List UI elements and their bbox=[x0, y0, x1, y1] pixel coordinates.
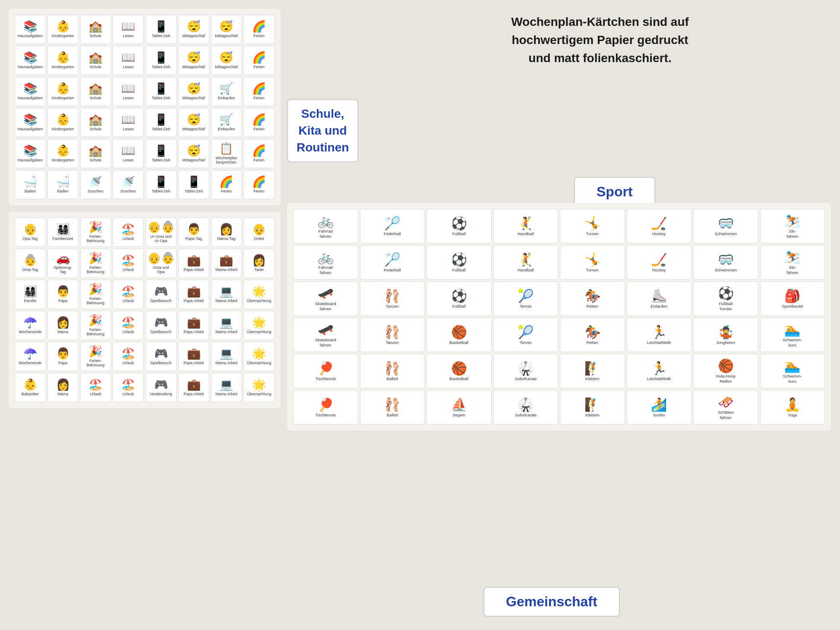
card-label: Lesen bbox=[123, 34, 134, 38]
card-label: Tablet-Zeit bbox=[152, 65, 170, 69]
card-label: Mittagsschlaf bbox=[182, 96, 205, 101]
card-item: 👨Papa bbox=[47, 280, 79, 309]
card-label: Fußball Turnier bbox=[719, 301, 733, 311]
card-icon: 🏫 bbox=[88, 20, 102, 33]
card-label: Ferien- Betreuung bbox=[87, 234, 105, 244]
card-item: 🚗Spielzeug- Tag bbox=[47, 249, 79, 278]
card-label: Tanzen bbox=[385, 340, 399, 345]
card-label: Turnen bbox=[586, 268, 599, 272]
card-item: 🏖️Urlaub bbox=[113, 373, 144, 402]
card-icon: 🎮 bbox=[154, 316, 168, 329]
card-icon: 🏖️ bbox=[121, 285, 135, 298]
card-item: 🎉Ferien- Betreuung bbox=[80, 280, 111, 309]
card-item: 👩Mama bbox=[47, 373, 79, 402]
card-label: Mittagsschlaf bbox=[182, 158, 205, 163]
card-item: 🧗Klettern bbox=[560, 354, 625, 388]
card-label: Spielbesuch bbox=[150, 361, 171, 365]
card-item: 🛹Skateboard fahren bbox=[293, 318, 358, 352]
card-label: Turnen bbox=[586, 231, 599, 236]
card-item: 😴Mittagsschlaf bbox=[178, 139, 209, 168]
card-label: Federball bbox=[384, 268, 401, 272]
card-item: ⛸️Eislaufen bbox=[627, 281, 692, 316]
card-label: Baden bbox=[57, 189, 69, 194]
card-label: Wochenende bbox=[19, 361, 41, 365]
card-item: 🧘Yoga bbox=[760, 390, 825, 425]
card-label: Lesen bbox=[123, 96, 134, 101]
card-label: Lesen bbox=[123, 158, 134, 163]
card-icon: 🚲 bbox=[318, 250, 334, 264]
card-item: 🌈Ferien bbox=[243, 139, 275, 168]
card-item: 💻Mama Arbeit bbox=[211, 311, 242, 340]
card-item: 📱Tablet-Zeit bbox=[145, 46, 177, 75]
card-icon: ⛷️ bbox=[784, 250, 800, 264]
card-icon: 🌈 bbox=[252, 82, 266, 95]
card-item: 📚Hausaufgaben bbox=[15, 108, 46, 137]
card-item: 🎒Sportbeutel bbox=[760, 281, 825, 316]
card-icon: 🎮 bbox=[154, 347, 168, 360]
card-label: Ballett bbox=[387, 376, 398, 381]
card-label: Urlaub bbox=[123, 330, 134, 334]
card-item: 📱Tablet-Zeit bbox=[145, 108, 177, 137]
card-label: Papa bbox=[58, 361, 67, 365]
card-label: Ferien bbox=[253, 127, 265, 132]
card-item: 🎮Spielbesuch bbox=[145, 311, 177, 340]
card-icon: 📖 bbox=[121, 82, 135, 95]
card-item: 🚿Duschen bbox=[113, 170, 144, 199]
card-item: 🏃Leichtathletik bbox=[627, 318, 692, 352]
card-icon: 👨 bbox=[56, 285, 70, 298]
card-icon: 🌈 bbox=[252, 145, 266, 157]
card-item: 👴👵Oma und Opa bbox=[145, 249, 177, 278]
card-icon: 🎉 bbox=[88, 283, 102, 296]
card-item: 🏸Federball bbox=[360, 209, 425, 243]
card-item: 🏫Schule bbox=[80, 15, 111, 44]
card-label: Ferien- Betreuung bbox=[87, 296, 105, 306]
card-label: Lesen bbox=[123, 127, 134, 132]
card-item: 🛷Schlitten fahren bbox=[693, 390, 758, 425]
card-item: ⚽Fußball bbox=[426, 209, 492, 243]
card-item: 🏖️Urlaub bbox=[80, 373, 111, 402]
card-item: 👴Onkel bbox=[243, 217, 275, 247]
card-icon: 👶 bbox=[23, 378, 37, 391]
card-item: 🎉Ferien- Betreuung bbox=[80, 217, 111, 247]
card-item: ⚽Fußball bbox=[426, 281, 492, 316]
card-icon: 🏒 bbox=[651, 252, 667, 267]
card-icon: 👶 bbox=[56, 145, 70, 157]
card-icon: 🏇 bbox=[584, 325, 600, 339]
card-item: 🏖️Urlaub bbox=[113, 249, 144, 278]
card-icon: 🏄 bbox=[651, 397, 667, 412]
card-icon: 😴 bbox=[187, 51, 201, 64]
card-item: 👴👵Ur-Oma und Ur-Opa bbox=[145, 217, 177, 247]
card-item: 🛒Einkaufen bbox=[211, 77, 242, 106]
card-item: 👨Papa bbox=[47, 342, 79, 371]
card-item: 🌈Ferien bbox=[243, 46, 275, 75]
card-label: Surfen bbox=[653, 413, 665, 417]
card-icon: 🏖️ bbox=[121, 347, 135, 360]
card-icon: 🥋 bbox=[518, 397, 534, 412]
card-icon: 🚿 bbox=[121, 176, 135, 188]
card-icon: 💻 bbox=[219, 285, 233, 298]
card-icon: 📱 bbox=[154, 51, 168, 64]
card-label: Papa Arbeit bbox=[183, 392, 204, 397]
card-item: 📖Lesen bbox=[113, 77, 144, 106]
card-item: 📚Hausaufgaben bbox=[15, 46, 46, 75]
card-item: ⛵Segeln bbox=[426, 390, 492, 425]
card-label: Mittagsschlaf bbox=[182, 34, 205, 38]
card-icon: 🏖️ bbox=[121, 254, 135, 267]
card-item: 🤸Turnen bbox=[560, 209, 625, 243]
card-label: Oma und Opa bbox=[153, 265, 169, 275]
card-label: Familienzeit bbox=[53, 236, 73, 241]
card-icon: 🥽 bbox=[718, 252, 734, 267]
card-icon: 🏀 bbox=[451, 325, 467, 339]
card-label: Spielbesuch bbox=[150, 330, 171, 334]
card-label: Fahrrad fahren bbox=[319, 265, 333, 275]
card-label: Leichtathletik bbox=[647, 340, 671, 345]
card-icon: ☂️ bbox=[23, 316, 37, 329]
card-icon: 🏫 bbox=[88, 113, 102, 126]
card-item: 🎮Spielbesuch bbox=[145, 342, 177, 371]
card-label: Tablet-Zeit bbox=[152, 34, 170, 38]
card-item: 🏖️Urlaub bbox=[113, 342, 144, 371]
card-label: Einkaufen bbox=[218, 127, 235, 132]
card-icon: 📱 bbox=[187, 176, 201, 188]
card-label: Handball bbox=[518, 231, 534, 236]
card-label: Tennis bbox=[520, 304, 531, 309]
